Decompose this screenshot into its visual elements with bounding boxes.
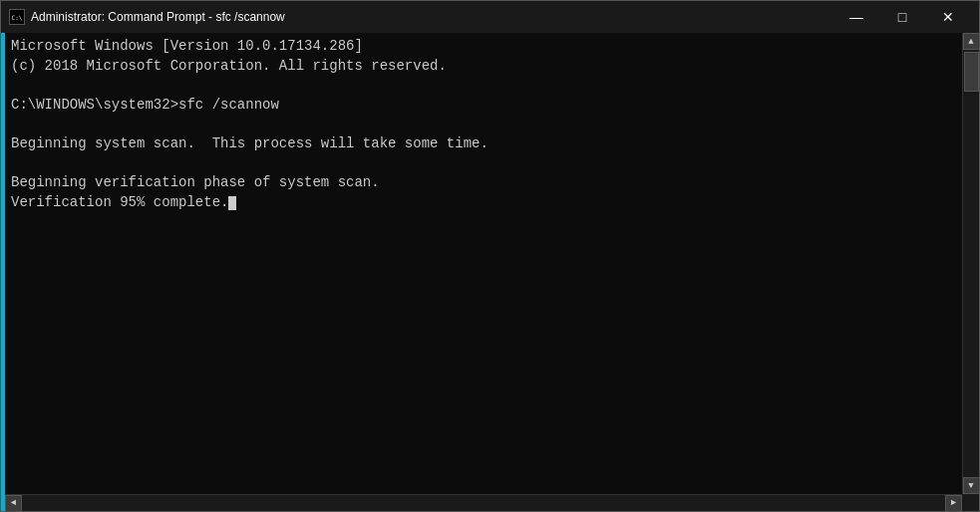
h-scroll-track[interactable] (22, 495, 945, 511)
scroll-right-button[interactable]: ► (945, 495, 962, 512)
terminal-line: Beginning system scan. This process will… (11, 134, 956, 154)
scroll-thumb[interactable] (964, 52, 979, 92)
scroll-left-button[interactable]: ◄ (5, 495, 22, 512)
command-prompt-window: Administrator: Command Prompt - sfc /sca… (0, 0, 980, 512)
maximize-button[interactable]: □ (879, 1, 925, 33)
terminal-line-empty (11, 76, 956, 96)
cursor (228, 196, 236, 210)
window-title: Administrator: Command Prompt - sfc /sca… (31, 10, 285, 24)
title-bar: Administrator: Command Prompt - sfc /sca… (1, 1, 979, 33)
bottom-area: ◄ ► (1, 494, 979, 511)
terminal-line: C:\WINDOWS\system32>sfc /scannow (11, 96, 956, 116)
content-area: Microsoft Windows [Version 10.0.17134.28… (1, 33, 979, 494)
scroll-track[interactable] (963, 50, 979, 477)
cmd-icon (9, 9, 25, 25)
terminal-line: Beginning verification phase of system s… (11, 173, 956, 193)
horizontal-scrollbar[interactable]: ◄ ► (5, 494, 962, 511)
terminal-line-cursor: Verification 95% complete. (11, 193, 956, 213)
minimize-button[interactable]: — (833, 1, 879, 33)
terminal-line: (c) 2018 Microsoft Corporation. All righ… (11, 57, 956, 77)
terminal-line-empty (11, 115, 956, 134)
scroll-down-button[interactable]: ▼ (963, 477, 980, 494)
scroll-up-button[interactable]: ▲ (963, 33, 980, 50)
close-button[interactable]: ✕ (925, 1, 971, 33)
title-bar-left: Administrator: Command Prompt - sfc /sca… (9, 9, 285, 25)
terminal-output[interactable]: Microsoft Windows [Version 10.0.17134.28… (5, 33, 962, 494)
terminal-line-empty (11, 154, 956, 174)
vertical-scrollbar[interactable]: ▲ ▼ (962, 33, 979, 494)
title-bar-controls: — □ ✕ (833, 1, 971, 33)
scrollbar-corner (962, 494, 979, 511)
terminal-line: Microsoft Windows [Version 10.0.17134.28… (11, 37, 956, 57)
